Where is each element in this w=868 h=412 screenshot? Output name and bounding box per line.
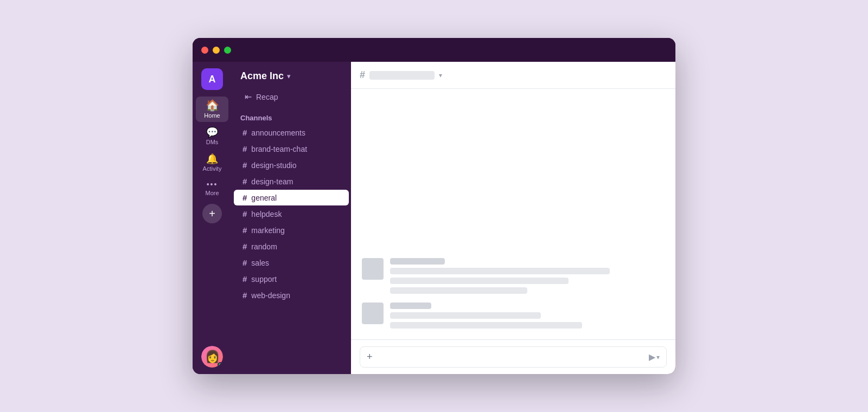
channel-item-general[interactable]: #general	[234, 190, 349, 205]
nav-item-more[interactable]: ••• More	[196, 177, 228, 199]
attach-button[interactable]: +	[367, 351, 373, 363]
channel-item-sales[interactable]: #sales	[234, 255, 349, 271]
message-avatar	[362, 302, 384, 324]
workspace-name: Acme Inc	[240, 70, 284, 82]
channel-item-announcements[interactable]: #announcements	[234, 125, 349, 140]
content-header: # ▾	[351, 62, 675, 89]
dms-icon: 💬	[206, 127, 218, 137]
channel-name: general	[251, 194, 277, 202]
content-area: # ▾	[351, 62, 675, 374]
channel-name: sales	[251, 259, 269, 267]
close-button[interactable]	[201, 47, 208, 54]
maximize-button[interactable]	[224, 47, 231, 54]
send-button[interactable]: ▶ ▾	[649, 352, 660, 362]
channel-name-skeleton	[369, 71, 435, 80]
hash-icon: #	[242, 291, 247, 300]
nav-item-activity[interactable]: 🔔 Activity	[196, 151, 228, 175]
left-nav: A 🏠 Home 💬 DMs 🔔 Activity ••• More	[193, 62, 232, 374]
header-chevron-icon: ▾	[439, 72, 442, 79]
add-workspace-button[interactable]: +	[202, 204, 222, 223]
hash-icon: #	[242, 274, 247, 284]
message-name-skeleton	[390, 302, 431, 309]
status-indicator	[218, 362, 223, 368]
hash-icon: #	[242, 242, 247, 251]
channel-list: #announcements#brand-team-chat#design-st…	[232, 124, 351, 370]
hash-icon: #	[242, 177, 247, 186]
message-avatar	[362, 258, 384, 280]
message-line-1	[390, 268, 610, 274]
channel-item-design-team[interactable]: #design-team	[234, 173, 349, 189]
activity-icon: 🔔	[206, 154, 218, 164]
title-bar	[193, 38, 675, 62]
channels-section-label: Channels	[232, 110, 351, 124]
hash-icon: #	[242, 128, 247, 137]
channel-name: design-team	[251, 177, 293, 186]
user-avatar[interactable]: 👩	[201, 346, 223, 368]
channel-item-random[interactable]: #random	[234, 239, 349, 254]
hash-icon: #	[242, 160, 247, 170]
message-row	[362, 302, 665, 329]
home-label: Home	[204, 112, 220, 119]
channel-name: web-design	[251, 291, 290, 300]
workspace-chevron-icon: ▾	[287, 72, 291, 80]
workspace-header[interactable]: Acme Inc ▾	[232, 62, 351, 88]
hash-icon: #	[242, 226, 247, 235]
channel-name: announcements	[251, 128, 305, 137]
channel-hash-icon: #	[360, 69, 365, 81]
message-content	[390, 258, 665, 294]
app-window: A 🏠 Home 💬 DMs 🔔 Activity ••• More	[193, 38, 675, 374]
channel-name: helpdesk	[251, 210, 282, 218]
send-chevron-icon: ▾	[656, 353, 660, 361]
message-row	[362, 258, 665, 294]
message-line-1	[390, 312, 541, 319]
dms-label: DMs	[206, 139, 219, 145]
channel-item-web-design[interactable]: #web-design	[234, 287, 349, 303]
minimize-button[interactable]	[213, 47, 220, 54]
message-content	[390, 302, 665, 329]
recap-label: Recap	[256, 93, 278, 101]
more-icon: •••	[207, 181, 218, 188]
message-name-skeleton	[390, 258, 445, 265]
recap-icon: ⇤	[245, 92, 252, 102]
messages-area	[351, 89, 675, 339]
nav-item-dms[interactable]: 💬 DMs	[196, 124, 228, 149]
sidebar: Acme Inc ▾ ⇤ Recap Channels #announcemen…	[232, 62, 351, 374]
home-icon: 🏠	[206, 100, 219, 111]
hash-icon: #	[242, 258, 247, 267]
message-input-container: + ▶ ▾	[360, 346, 667, 368]
hash-icon: #	[242, 209, 247, 218]
message-line-3	[390, 287, 527, 294]
message-input-bar: + ▶ ▾	[351, 339, 675, 374]
workspace-avatar[interactable]: A	[201, 68, 223, 90]
channel-name: marketing	[251, 226, 284, 235]
main-layout: A 🏠 Home 💬 DMs 🔔 Activity ••• More	[193, 62, 675, 374]
channel-item-marketing[interactable]: #marketing	[234, 222, 349, 238]
channel-item-brand-team-chat[interactable]: #brand-team-chat	[234, 141, 349, 157]
more-label: More	[205, 190, 219, 196]
activity-label: Activity	[203, 165, 222, 172]
message-line-2	[390, 278, 569, 284]
send-icon: ▶	[649, 352, 655, 362]
hash-icon: #	[242, 144, 247, 153]
channel-name: design-studio	[251, 161, 296, 170]
channel-item-design-studio[interactable]: #design-studio	[234, 157, 349, 173]
recap-button[interactable]: ⇤ Recap	[236, 88, 347, 105]
channel-item-support[interactable]: #support	[234, 271, 349, 287]
channel-name: random	[251, 242, 277, 251]
hash-icon: #	[242, 193, 247, 202]
message-input[interactable]	[377, 353, 644, 362]
channel-name: support	[251, 275, 277, 284]
nav-item-home[interactable]: 🏠 Home	[196, 96, 228, 122]
channel-name: brand-team-chat	[251, 145, 307, 153]
channel-item-helpdesk[interactable]: #helpdesk	[234, 206, 349, 222]
message-line-2	[390, 322, 582, 329]
